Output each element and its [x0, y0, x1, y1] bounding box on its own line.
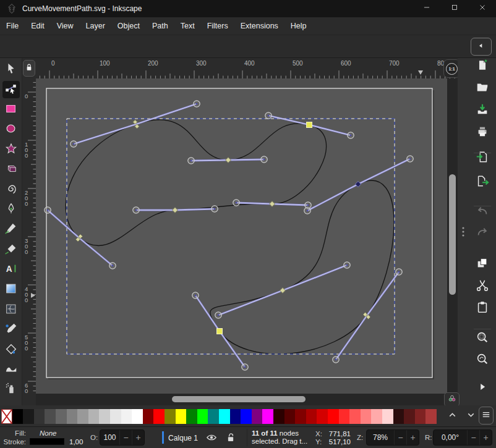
rectangle-tool[interactable] [2, 101, 20, 119]
palette-swatch[interactable] [132, 409, 143, 424]
layer-visibility-toggle[interactable] [206, 432, 217, 443]
node-tool[interactable] [2, 81, 20, 98]
menu-edit[interactable]: Edit [25, 17, 51, 35]
palette-swatch[interactable] [219, 409, 230, 424]
lock-guides-button[interactable] [23, 60, 35, 77]
spray-tool[interactable] [2, 381, 20, 399]
duplicate-button[interactable] [475, 257, 490, 272]
menu-file[interactable]: File [0, 17, 25, 35]
palette-swatch[interactable] [99, 409, 110, 424]
mesh-tool[interactable] [2, 302, 20, 319]
opacity-value[interactable]: 100 [100, 430, 119, 445]
calligraphy-tool[interactable] [2, 242, 20, 259]
dropper-tool[interactable] [2, 321, 20, 339]
horizontal-scrollbar-thumb[interactable] [172, 396, 306, 402]
rotation-spinner[interactable]: 0,00° − + [433, 429, 492, 446]
palette-swatch[interactable] [262, 409, 273, 424]
color-management-button[interactable] [444, 392, 460, 407]
layer-lock-toggle[interactable] [225, 432, 236, 443]
stroke-color-swatch[interactable] [30, 438, 64, 445]
spiral-tool[interactable] [2, 181, 20, 198]
redo-button[interactable] [475, 226, 490, 241]
paint-bucket-tool[interactable] [2, 342, 20, 359]
palette-swatch[interactable] [252, 409, 263, 424]
star-tool[interactable] [2, 142, 20, 159]
palette-menu[interactable] [479, 407, 494, 425]
menu-view[interactable]: View [51, 17, 80, 35]
rotation-value[interactable]: 0,00° [434, 430, 467, 445]
panel-resize-gutter[interactable] [458, 58, 469, 405]
palette-swatch[interactable] [121, 409, 132, 424]
box3d-tool[interactable] [2, 161, 20, 179]
fill-value[interactable]: None [40, 429, 57, 437]
palette-swatch[interactable] [382, 409, 393, 424]
canvas[interactable] [36, 78, 447, 394]
pen-tool[interactable] [2, 201, 20, 219]
palette-swatch[interactable] [295, 409, 306, 424]
palette-swatch[interactable] [404, 409, 415, 424]
palette-swatch[interactable] [153, 409, 165, 424]
vertical-ruler[interactable]: 0100200300400500600 [22, 78, 36, 394]
palette-swatch[interactable] [176, 409, 187, 424]
palette-swatch[interactable] [328, 409, 339, 424]
stroke-width-value[interactable]: 1,00 [69, 438, 83, 446]
palette-swatch[interactable] [186, 409, 197, 424]
palette-swatch[interactable] [317, 409, 328, 424]
opacity-decrease-button[interactable]: − [119, 430, 132, 445]
zoom-spinner[interactable]: 78% − + [366, 429, 419, 446]
palette-swatch[interactable] [241, 409, 252, 424]
path-node[interactable] [217, 329, 223, 334]
save-document-button[interactable] [475, 103, 490, 118]
palette-swatch-none[interactable] [1, 409, 12, 424]
zoom-drawing-button[interactable] [475, 353, 490, 368]
undo-button[interactable] [475, 205, 490, 220]
palette-swatch[interactable] [339, 409, 350, 424]
maximize-button[interactable] [440, 0, 468, 17]
palette-swatch[interactable] [371, 409, 382, 424]
menu-filters[interactable]: Filters [201, 17, 234, 35]
tweak-tool[interactable] [2, 361, 20, 379]
ellipse-tool[interactable] [2, 121, 20, 138]
palette-swatch[interactable] [165, 409, 176, 424]
vertical-scrollbar-thumb[interactable] [449, 174, 456, 295]
close-button[interactable] [468, 0, 496, 17]
rotation-decrease-button[interactable]: − [467, 430, 479, 445]
menu-help[interactable]: Help [284, 17, 313, 35]
palette-swatch[interactable] [88, 409, 100, 424]
palette-swatch[interactable] [273, 409, 284, 424]
palette-swatch[interactable] [143, 409, 154, 424]
palette-swatch[interactable] [306, 409, 317, 424]
minimize-button[interactable] [413, 0, 440, 17]
new-document-button[interactable] [475, 59, 490, 74]
menu-path[interactable]: Path [146, 17, 174, 35]
opacity-spinner[interactable]: 100 − + [100, 429, 145, 446]
selector-tool[interactable] [2, 61, 20, 78]
export-button[interactable] [475, 175, 490, 190]
palette-swatch[interactable] [67, 409, 78, 424]
menu-text[interactable]: Text [174, 17, 201, 35]
pencil-tool[interactable] [2, 221, 20, 239]
collapse-panel-button[interactable] [471, 38, 492, 56]
palette-scroll-down[interactable] [466, 411, 476, 421]
menu-extensions[interactable]: Extensions [234, 17, 284, 35]
opacity-increase-button[interactable]: + [132, 430, 144, 445]
horizontal-scrollbar[interactable] [36, 394, 447, 405]
palette-swatch[interactable] [45, 409, 56, 424]
palette-swatch[interactable] [208, 409, 219, 424]
text-tool[interactable]: A [2, 261, 20, 279]
palette-swatch[interactable] [230, 409, 241, 424]
zoom-value[interactable]: 78% [367, 430, 394, 445]
palette-scroll-up[interactable] [447, 411, 458, 421]
menu-object[interactable]: Object [111, 17, 146, 35]
paste-button[interactable] [475, 301, 490, 316]
rotation-increase-button[interactable]: + [479, 430, 492, 445]
commands-overflow[interactable] [475, 381, 490, 395]
palette-swatch[interactable] [34, 409, 45, 424]
print-button[interactable] [475, 125, 490, 140]
menu-layer[interactable]: Layer [80, 17, 111, 35]
vertical-scrollbar[interactable] [447, 78, 458, 394]
palette-swatch[interactable] [393, 409, 404, 424]
palette-swatch[interactable] [361, 409, 372, 424]
palette-swatch[interactable] [77, 409, 88, 424]
zoom-increase-button[interactable]: + [406, 430, 419, 445]
